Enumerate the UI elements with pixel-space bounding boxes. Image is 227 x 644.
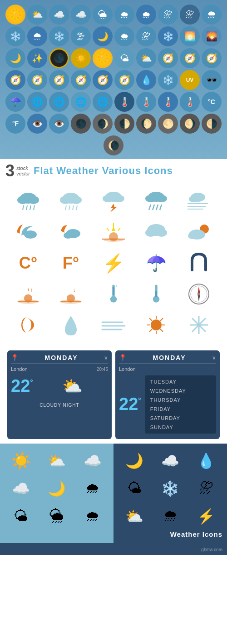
svg-rect-61 [155, 291, 157, 297]
flat-row-4: ↑ ↓ + [7, 280, 220, 308]
card1-time: 20:45 [97, 367, 108, 372]
svg-line-24 [160, 205, 162, 210]
flat-heavy-rain-icon [138, 188, 174, 215]
svg-point-56 [110, 296, 117, 303]
watermark-bar: gfxtra.com [0, 543, 227, 555]
compass1-circle-icon: 🧭 [158, 48, 178, 68]
svg-line-37 [118, 228, 120, 231]
bottom-section: ☀️ ⛅ ☁️ ☁️ 🌙 🌧 🌤 🌦 🌧 🌙 ☁️ 💧 🌤 ❄️ ⛈ ⛅ 🌨 ⚡… [0, 444, 227, 543]
compass6-circle-icon: 🧭 [49, 70, 69, 90]
snowflake-flat-icon [181, 311, 217, 339]
svg-line-21 [149, 205, 151, 210]
thermometer4-circle-icon: 🌡️ [180, 92, 200, 112]
crescent-circle-icon: 🌙 [5, 48, 25, 68]
circle-icons-section: ☀️ ⛅ ☁️ ☁️ 🌦 🌧 🌧 ⛈ ⛈ 🌨 ❄️ 🌨 ❄️ 🌫 🌙 🌧 ⛈ ❄… [0, 0, 227, 159]
flat-cloudy-icon [138, 219, 174, 246]
svg-marker-17 [110, 204, 117, 213]
moon-phase2-circle-icon: 🌒 [93, 114, 113, 134]
compass3-circle-icon: 🧭 [202, 48, 222, 68]
heavy-rain-circle-icon: 🌧 [136, 5, 156, 25]
card1-day: MONDAY [19, 354, 104, 361]
day-dropdown: TUESDAY WEDNESDAY THURSDAY FRIDAY SATURD… [145, 375, 216, 434]
light-snow-circle-icon: 🌨 [202, 5, 222, 25]
fahrenheit-circle-icon: °F [5, 114, 25, 134]
moon-phase5-circle-icon: 🌕 [158, 114, 178, 134]
svg-line-36 [107, 228, 109, 231]
svg-line-13 [76, 205, 77, 210]
card1-chevron-icon: ∨ [104, 354, 108, 361]
eye2-circle-icon: 👁️ [49, 114, 69, 134]
svg-point-26 [189, 196, 198, 202]
eclipse-circle-icon: 🌑 [49, 48, 69, 68]
svg-line-76 [160, 318, 163, 321]
compass2-circle-icon: 🧭 [180, 48, 200, 68]
blizzard-circle-icon: ❄️ [49, 26, 69, 46]
dropdown-friday[interactable]: FRIDAY [145, 404, 216, 414]
dropdown-tuesday[interactable]: TUESDAY [145, 377, 216, 386]
banner-title: Flat Weather Various Icons [34, 165, 173, 177]
bottom-rain3-icon: 🌧 [76, 504, 109, 529]
night-cloud-circle-icon: 🌙 [93, 26, 113, 46]
svg-rect-57 [113, 287, 114, 295]
bottom-title: Weather Icons [170, 530, 222, 538]
svg-point-66 [197, 293, 200, 295]
lightning-flat-icon: ⚡ [95, 250, 132, 277]
compass9-circle-icon: 🧭 [114, 70, 134, 90]
svg-line-77 [149, 329, 152, 332]
dropdown-saturday[interactable]: SATURDAY [145, 414, 216, 423]
sunset-circle-icon: 🌄 [202, 26, 222, 46]
svg-point-53 [67, 294, 75, 302]
thunder-circle-icon: ⛈ [158, 5, 178, 25]
flat-night-icon [10, 219, 46, 246]
dropdown-thursday[interactable]: THURSDAY [145, 395, 216, 404]
compass4-circle-icon: 🧭 [5, 70, 25, 90]
globe2-circle-icon: 🌐 [49, 92, 69, 112]
bottom-cloud-night-icon: ☁️ [154, 448, 187, 473]
svg-point-30 [24, 230, 37, 239]
thermometer1-circle-icon: 🌡️ [114, 92, 134, 112]
umbrella-circle-icon: ☂️ [5, 92, 25, 112]
banner: 3 stock vector Flat Weather Various Icon… [0, 159, 227, 183]
bottom-snowflake-icon: ❄️ [154, 476, 187, 501]
dropdown-wednesday[interactable]: WEDNESDAY [145, 386, 216, 395]
dropdown-sunday[interactable]: SUNDAY [145, 423, 216, 432]
bottom-rain2-icon: 🌦 [40, 504, 74, 529]
svg-text:+: + [115, 283, 118, 289]
card2-chevron-icon: ∨ [212, 354, 216, 361]
droplet-flat-icon [53, 311, 89, 339]
card2-day: MONDAY [127, 354, 212, 361]
svg-line-4 [26, 205, 27, 210]
droplet-circle-icon: 💧 [136, 70, 156, 90]
moon-phase8-circle-icon: 🌘 [104, 135, 123, 155]
svg-text:↑: ↑ [30, 286, 33, 293]
svg-point-20 [156, 195, 167, 202]
flat-rain-icon [10, 188, 46, 215]
svg-point-42 [156, 229, 167, 237]
svg-point-32 [64, 232, 73, 239]
horseshoe-flat-icon [181, 250, 217, 277]
svg-point-15 [103, 195, 114, 202]
svg-point-38 [104, 238, 123, 242]
flat-sun-cloud-icon [181, 219, 217, 246]
flat-row-5 [7, 311, 220, 339]
compass5-circle-icon: 🧭 [27, 70, 47, 90]
fog-circle-icon: 🌫 [71, 26, 91, 46]
celsius-circle-icon: °C [202, 92, 222, 112]
thermometer3-circle-icon: 🌡️ [158, 92, 178, 112]
svg-point-1 [17, 196, 28, 204]
moon-phase1-circle-icon: 🌑 [71, 114, 91, 134]
svg-line-12 [73, 205, 74, 210]
icon-grid: ☀️ ⛅ ☁️ ☁️ 🌦 🌧 🌧 ⛈ ⛈ 🌨 ❄️ 🌨 ❄️ 🌫 🌙 🌧 ⛈ ❄… [4, 5, 223, 155]
bottom-thunder-icon: ⛈ [189, 476, 222, 501]
svg-line-23 [156, 205, 158, 210]
globe4-circle-icon: 🌐 [93, 92, 113, 112]
compass8-circle-icon: 🧭 [93, 70, 113, 90]
bottom-cloud-icon: ☁️ [76, 448, 109, 473]
bottom-snow-cloud-icon: 🌨 [154, 504, 187, 529]
card1-pin-icon: 📍 [11, 354, 19, 361]
flat-storm-icon [95, 188, 132, 215]
bottom-sun-cloud-icon: 🌤 [5, 504, 38, 529]
thermometer2-circle-icon: 🌡️ [136, 92, 156, 112]
flat-night-cloud-icon [53, 219, 89, 246]
bottom-right-panel: 🌙 ☁️ 💧 🌤 ❄️ ⛈ ⛅ 🌨 ⚡ Weather Icons [114, 444, 227, 543]
